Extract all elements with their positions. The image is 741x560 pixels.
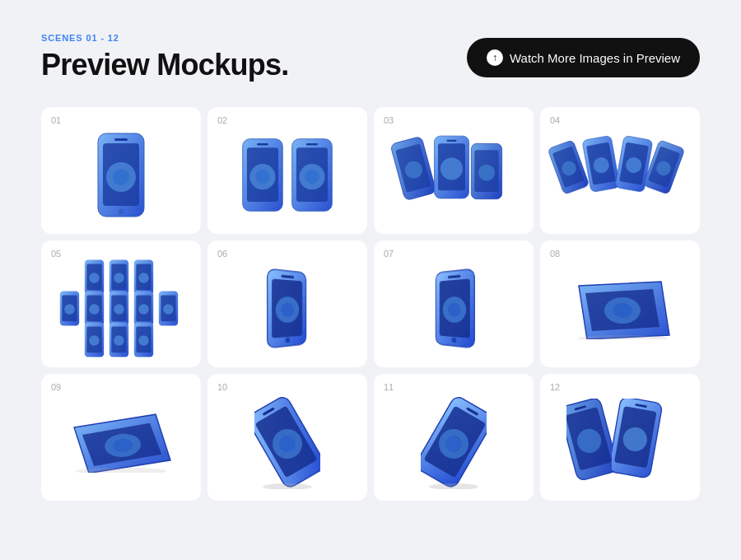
phone-g05-4 (59, 290, 80, 327)
preview-button-label: Watch More Images in Preview (510, 51, 680, 65)
card-number-12: 12 (550, 382, 560, 392)
card-02[interactable]: 02 (207, 107, 367, 234)
svg-point-84 (613, 303, 632, 318)
card-08[interactable]: 08 (540, 240, 700, 367)
svg-point-61 (163, 304, 174, 315)
phone-svg-10 (254, 394, 320, 489)
card-number-02: 02 (217, 115, 227, 125)
phone-svg-02a (241, 136, 284, 214)
svg-point-49 (64, 304, 75, 315)
svg-point-3 (113, 169, 129, 185)
card-visual-02 (217, 125, 357, 224)
svg-point-52 (89, 304, 100, 315)
svg-point-14 (305, 170, 319, 184)
card-04[interactable]: 04 (540, 107, 700, 234)
card-number-04: 04 (550, 115, 560, 125)
card-visual-08 (550, 259, 690, 357)
header-left: SCENES 01 - 12 Preview Mockups. (41, 33, 289, 82)
card-09[interactable]: 09 (41, 374, 201, 501)
page-title: Preview Mockups. (41, 48, 289, 82)
svg-point-67 (114, 335, 124, 346)
card-11[interactable]: 11 (374, 374, 534, 501)
svg-point-40 (89, 273, 100, 283)
svg-rect-10 (257, 142, 268, 145)
card-number-06: 06 (217, 249, 227, 259)
card-visual-06 (217, 259, 357, 357)
card-visual-11 (384, 392, 524, 491)
card-06[interactable]: 06 (207, 240, 367, 367)
card-03[interactable]: 03 (374, 107, 534, 234)
svg-point-25 (478, 165, 495, 181)
card-visual-12 (566, 394, 673, 489)
svg-point-46 (138, 273, 149, 283)
phone-g05-9 (84, 321, 105, 358)
phone-g05-8 (158, 290, 179, 327)
svg-point-55 (114, 304, 124, 315)
mockup-grid: 01 02 (41, 107, 700, 501)
phone-svg-03a (389, 134, 438, 203)
card-visual-10 (217, 392, 357, 491)
card-number-07: 07 (384, 249, 394, 259)
svg-point-58 (138, 304, 149, 315)
card-12[interactable]: 12 (540, 374, 700, 501)
card-10[interactable]: 10 (207, 374, 367, 501)
svg-point-70 (138, 335, 149, 346)
phone-svg-02b (291, 136, 333, 214)
card-01[interactable]: 01 (41, 107, 201, 234)
phone-svg-09 (68, 411, 175, 473)
phone-svg-01 (96, 132, 146, 218)
phone-g05-11 (133, 321, 154, 358)
card-05[interactable]: 05 (41, 240, 201, 367)
card-visual-03 (396, 129, 511, 220)
phone-svg-03c (470, 142, 503, 201)
svg-point-21 (440, 157, 463, 180)
phone-svg-11 (421, 394, 487, 489)
card-visual-05 (59, 259, 183, 357)
svg-point-9 (255, 170, 269, 184)
svg-point-100 (429, 483, 478, 489)
svg-point-94 (263, 483, 312, 489)
card-number-09: 09 (51, 382, 61, 392)
card-number-03: 03 (384, 115, 394, 125)
card-07[interactable]: 07 (374, 240, 534, 367)
card-visual-04 (554, 129, 686, 220)
svg-point-43 (114, 273, 124, 283)
card-visual-07 (384, 259, 524, 357)
svg-rect-22 (447, 140, 457, 142)
phone-svg-03b (433, 133, 470, 201)
card-visual-01 (51, 125, 191, 224)
svg-point-5 (119, 209, 124, 214)
card-number-01: 01 (51, 115, 61, 125)
card-number-08: 08 (550, 249, 560, 259)
phone-svg-07 (434, 262, 475, 353)
page-header: SCENES 01 - 12 Preview Mockups. ↑ Watch … (41, 33, 700, 82)
card-number-05: 05 (51, 249, 61, 259)
phone-svg-08 (566, 278, 673, 339)
scenes-label: SCENES 01 - 12 (41, 33, 289, 43)
svg-rect-15 (306, 142, 318, 145)
phone-svg-12b (612, 399, 665, 485)
svg-rect-4 (114, 138, 128, 141)
phone-g05-10 (109, 321, 129, 358)
card-number-11: 11 (384, 382, 394, 392)
preview-button[interactable]: ↑ Watch More Images in Preview (467, 38, 700, 77)
svg-point-64 (89, 335, 100, 346)
arrow-up-icon: ↑ (487, 49, 503, 66)
card-number-10: 10 (217, 382, 227, 392)
card-visual-09 (51, 392, 191, 491)
phone-svg-06 (266, 262, 307, 353)
